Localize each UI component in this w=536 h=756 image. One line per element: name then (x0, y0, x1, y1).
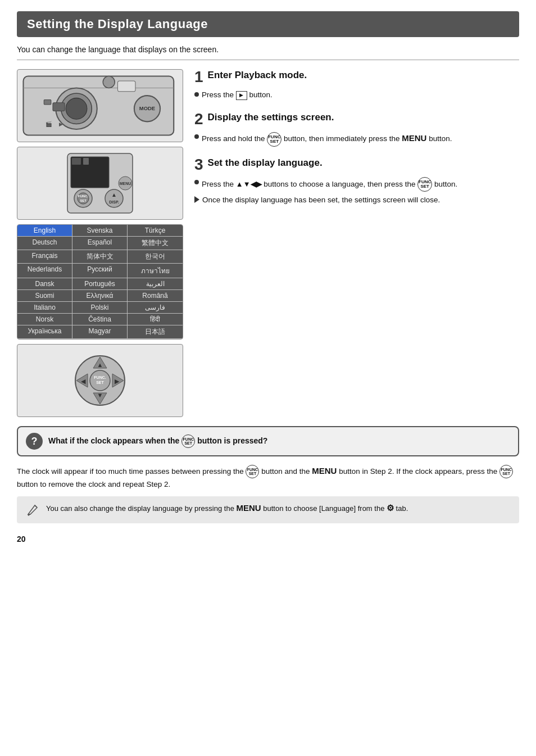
lang-deutsch: Deutsch (17, 237, 72, 250)
svg-rect-9 (53, 103, 65, 111)
camera-back-image: FUNC. SET ▲ DISP. MENU (17, 147, 183, 220)
lang-portugues: Português (72, 278, 128, 290)
step-3-number: 3 (194, 157, 203, 173)
lang-thai: ภาษาไทย (128, 264, 183, 278)
language-grid-cells: English Svenska Türkçe Deutsch Español 繁… (17, 225, 183, 339)
lang-turkce: Türkçe (128, 225, 183, 237)
lang-ukrainian: Українська (17, 325, 72, 339)
left-column: MODE 🎬 ▶ (17, 69, 191, 417)
func-set-icon: FUNCSET (267, 132, 281, 147)
camera-top-svg: MODE 🎬 ▶ (17, 70, 183, 142)
step-3-title: Set the display language. (208, 157, 322, 169)
svg-point-8 (103, 76, 115, 88)
lang-suomi: Suomi (17, 290, 72, 302)
svg-rect-15 (72, 158, 81, 165)
step-2-body: Press and hold the FUNCSET button, then … (194, 132, 519, 146)
nav-pad-image: FUNC. SET ▲ ▼ ◀ ▶ (17, 344, 183, 417)
bullet-icon (194, 180, 199, 184)
lang-espanol: Español (72, 237, 128, 250)
svg-text:MENU: MENU (120, 182, 131, 185)
right-column: 1 Enter Playback mode. Press the ▶ butto… (191, 69, 519, 417)
lang-dansk: Dansk (17, 278, 72, 290)
step-3-text-1: Press the ▲▼◀▶ buttons to choose a langu… (202, 177, 457, 192)
bullet-icon (194, 92, 199, 97)
lang-russian: Русский (72, 264, 128, 278)
section-divider (17, 60, 519, 60)
lang-farsi: فارسی (128, 302, 183, 314)
svg-text:DISP.: DISP. (109, 200, 119, 204)
note-box: You can also change the display language… (17, 496, 519, 523)
lang-arabic: العربية (128, 278, 183, 290)
svg-text:🎬: 🎬 (46, 121, 52, 128)
step-3-body: Press the ▲▼◀▶ buttons to choose a langu… (194, 177, 519, 206)
lang-english: English (17, 225, 72, 237)
step-1-header: 1 Enter Playback mode. (194, 69, 519, 86)
lang-korean: 한국어 (128, 250, 183, 264)
lang-polski: Polski (72, 302, 128, 314)
step-2-bullet-1: Press and hold the FUNCSET button, then … (194, 132, 519, 146)
svg-rect-16 (83, 158, 89, 165)
step-3-header: 3 Set the display language. (194, 157, 519, 174)
clock-warning-text: The clock will appear if too much time p… (17, 464, 519, 491)
pencil-icon (25, 502, 40, 518)
svg-text:SET: SET (96, 381, 104, 384)
svg-rect-10 (44, 100, 51, 105)
question-icon: ? (26, 433, 43, 450)
lang-greek: Ελληνικά (72, 290, 128, 302)
arrows-icon: ▲▼◀▶ (236, 180, 262, 188)
bullet-icon (194, 134, 199, 139)
page-title: Setting the Display Language (27, 17, 509, 31)
main-content-grid: MODE 🎬 ▶ (17, 69, 519, 417)
svg-text:FUNC.: FUNC. (94, 375, 106, 379)
camera-back-left-svg: FUNC. SET ▲ DISP. MENU (66, 152, 134, 214)
note-text: You can also change the display language… (46, 502, 408, 515)
step-1-number: 1 (194, 69, 203, 85)
playback-button-icon: ▶ (236, 91, 247, 100)
step-1-text: Press the ▶ button. (202, 89, 272, 101)
step-3-block: 3 Set the display language. Press the ▲▼… (194, 157, 519, 206)
svg-text:▶: ▶ (115, 378, 120, 384)
question-box: ? What if the clock appears when the FUN… (17, 426, 519, 456)
func-set-icon: FUNCSET (417, 177, 432, 192)
lang-italiano: Italiano (17, 302, 72, 314)
svg-line-34 (35, 505, 37, 508)
step-3-text-2: Once the display language has been set, … (202, 194, 440, 206)
title-bar: Setting the Display Language (17, 11, 519, 37)
note-icon (25, 502, 40, 518)
step-2-block: 2 Display the settings screen. Press and… (194, 111, 519, 147)
intro-text: You can change the language that display… (17, 45, 519, 54)
svg-text:MODE: MODE (139, 105, 155, 111)
step-2-number: 2 (194, 111, 203, 127)
step-1-title: Enter Playback mode. (208, 69, 307, 82)
svg-text:◀: ◀ (81, 378, 86, 384)
lang-svenska: Svenska (72, 225, 128, 237)
step-2-title: Display the settings screen. (208, 111, 334, 124)
svg-rect-5 (118, 81, 136, 92)
step-3-bullet-2: Once the display language has been set, … (194, 194, 519, 206)
button-to-text: button to (17, 480, 47, 488)
camera-top-image: MODE 🎬 ▶ (17, 69, 183, 142)
lang-hindi: हिंदी (128, 314, 183, 325)
lang-nederlands: Nederlands (17, 264, 72, 278)
svg-text:▼: ▼ (97, 392, 103, 399)
lang-japanese: 日本語 (128, 325, 183, 339)
triangle-bullet-icon (194, 196, 199, 203)
svg-text:FUNC.: FUNC. (78, 194, 89, 198)
menu-text: MENU (402, 133, 426, 143)
nav-pad-svg: FUNC. SET ▲ ▼ ◀ ▶ (72, 352, 128, 409)
step-1-bullet-1: Press the ▶ button. (194, 89, 519, 101)
svg-text:SET: SET (80, 199, 87, 202)
lang-norsk: Norsk (17, 314, 72, 325)
step-1-block: 1 Enter Playback mode. Press the ▶ butto… (194, 69, 519, 101)
svg-text:▲: ▲ (111, 192, 117, 198)
lang-trad-chinese: 繁體中文 (128, 237, 183, 250)
menu-text-n: MENU (237, 503, 261, 513)
language-grid: English Svenska Türkçe Deutsch Español 繁… (17, 224, 183, 339)
lang-simp-chinese: 简体中文 (72, 250, 128, 264)
svg-text:▶: ▶ (59, 121, 63, 127)
func-set-icon-q: FUNCSET (181, 434, 195, 448)
page-number: 20 (17, 535, 519, 544)
svg-point-4 (66, 98, 87, 119)
svg-text:▲: ▲ (97, 361, 103, 368)
step-3-bullet-1: Press the ▲▼◀▶ buttons to choose a langu… (194, 177, 519, 192)
